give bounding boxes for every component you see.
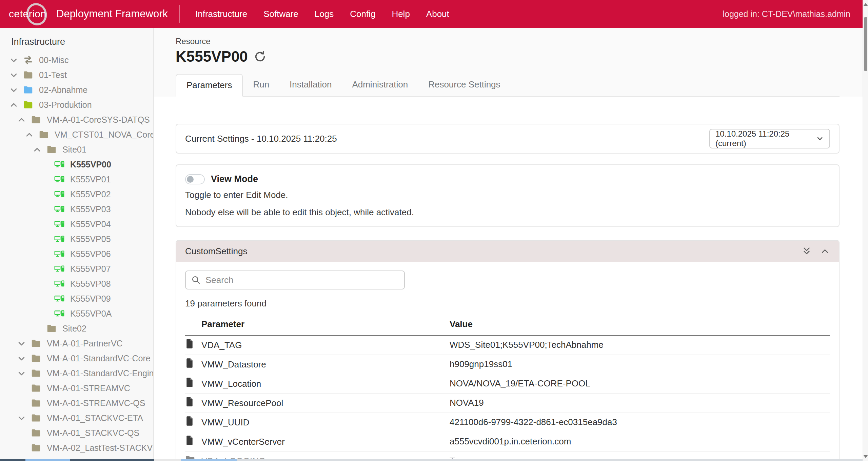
tree-item-02-abnahme[interactable]: 02-Abnahme: [0, 82, 153, 97]
folder-icon: [31, 353, 42, 363]
tab-parameters[interactable]: Parameters: [176, 74, 243, 97]
scrollbar-up-arrow-icon[interactable]: [863, 3, 868, 6]
parameter-value: NOVA/NOVA_19/ETA-CORE-POOL: [450, 374, 830, 393]
table-row[interactable]: VMW_UUID421100d6-9799-4322-d861-ec0315ea…: [185, 413, 830, 432]
nav-menu: InfrastructureSoftwareLogsConfigHelpAbou…: [187, 9, 457, 19]
tree-label: K555VP07: [70, 264, 111, 274]
parameter-value: a555vcvdi001p.in.ceterion.com: [450, 432, 830, 451]
bottom-window-edge: [0, 459, 863, 461]
tree-label: K555VP00: [70, 160, 111, 169]
page-scrollbar[interactable]: [863, 0, 868, 461]
tree-item-k555vp04[interactable]: K555VP04: [0, 217, 153, 232]
tree-item-k555vp01[interactable]: K555VP01: [0, 172, 153, 187]
nav-item-help[interactable]: Help: [383, 9, 418, 19]
view-mode-toggle[interactable]: [185, 174, 205, 184]
tree-label: Site01: [62, 145, 86, 155]
folder-icon: [31, 443, 42, 453]
file-icon: [185, 435, 194, 445]
tab-resource-settings[interactable]: Resource Settings: [418, 74, 510, 96]
parameter-name: VMW_Datastore: [201, 359, 266, 369]
parameter-name: VMW_UUID: [201, 417, 250, 427]
table-row[interactable]: VMW_vCenterServera555vcvdi001p.in.ceteri…: [185, 432, 830, 451]
custom-settings-header[interactable]: CustomSettings: [176, 241, 839, 262]
collapse-section-button[interactable]: [820, 246, 830, 256]
tree-item-vm-a-01-streamvc-qs[interactable]: VM-A-01-STREAMVC-QS: [0, 396, 153, 410]
chevron-down-icon[interactable]: [17, 369, 31, 378]
tree-item-k555vp06[interactable]: K555VP06: [0, 246, 153, 261]
chevron-up-icon[interactable]: [33, 145, 46, 154]
table-row[interactable]: VMW_Datastoreh909gnp19ss01: [185, 355, 830, 374]
tree-label: VM-A-01-STREAMVC: [47, 383, 130, 393]
chevron-up-icon[interactable]: [25, 131, 39, 139]
tree-item-vm-a-01-coresys-datqs[interactable]: VM-A-01-CoreSYS-DATQS: [0, 112, 153, 127]
nav-item-software[interactable]: Software: [255, 9, 307, 19]
parameter-value: h909gnp19ss01: [450, 355, 830, 374]
tree-item-vm-a-01-stackvc-qs[interactable]: VM-A-01_STACKVC-QS: [0, 425, 153, 440]
nav-item-infrastructure[interactable]: Infrastructure: [187, 9, 255, 19]
tree-item-k555vp0a[interactable]: K555VP0A: [0, 306, 153, 321]
chevron-down-icon[interactable]: [17, 354, 31, 363]
parameter-value: WDS_Site01;K555VP00;TechAbnahme: [450, 335, 830, 355]
version-select[interactable]: 10.10.2025 11:20:25 (current): [709, 129, 830, 148]
custom-settings-card: CustomSettings: [176, 240, 840, 461]
refresh-button[interactable]: [254, 51, 266, 63]
tree-item-03-produktion[interactable]: 03-Produktion: [0, 97, 153, 112]
search-input[interactable]: [205, 275, 399, 285]
tree-label: K555VP02: [70, 189, 111, 199]
tree-item-k555vp02[interactable]: K555VP02: [0, 187, 153, 202]
chevron-down-icon[interactable]: [17, 339, 31, 348]
tree-item-k555vp00[interactable]: K555VP00: [0, 157, 153, 172]
tree-item-vm-ctst01-nova-coresys-da[interactable]: VM_CTST01_NOVA_CoreSYS-DA: [0, 127, 153, 142]
tree-item-site02[interactable]: Site02: [0, 321, 153, 336]
scrollbar-thumb[interactable]: [864, 17, 867, 71]
tree-label: VM-A-01_STACKVC-ETA: [47, 413, 143, 423]
tree-item-vm-a-02-lasttest-stackvc-eta[interactable]: VM-A-02_LastTest-STACKVC-ETA: [0, 440, 153, 455]
page-title: K555VP00: [176, 48, 248, 65]
tab-run[interactable]: Run: [243, 74, 279, 96]
tree-item-00-misc[interactable]: 00-Misc: [0, 53, 153, 67]
parameter-name: VDA_TAG: [201, 340, 242, 350]
chevron-down-icon: [816, 134, 824, 143]
chevron-down-icon[interactable]: [17, 414, 31, 422]
tree-item-k555vp05[interactable]: K555VP05: [0, 232, 153, 246]
double-chevron-down-icon: [802, 246, 812, 256]
file-icon: [185, 397, 194, 407]
tree-label: 01-Test: [39, 70, 67, 80]
tree-item-vm-a-01-standardvc-core[interactable]: VM-A-01-StandardVC-Core: [0, 351, 153, 366]
brand[interactable]: ceterion Deployment Framework: [9, 0, 168, 28]
nav-item-about[interactable]: About: [418, 9, 457, 19]
tree-item-k555vp08[interactable]: K555VP08: [0, 276, 153, 291]
tree-item-01-test[interactable]: 01-Test: [0, 67, 153, 82]
tree-item-vm-a-01-stackvc-eta[interactable]: VM-A-01_STACKVC-ETA: [0, 410, 153, 425]
table-row[interactable]: VMW_ResourcePoolNOVA19: [185, 393, 830, 413]
vm-icon: [54, 219, 66, 229]
tree-label: 03-Produktion: [39, 100, 92, 110]
folder-icon: [31, 368, 42, 378]
tree-label: K555VP05: [70, 234, 111, 244]
folder-icon: [46, 323, 58, 334]
chevron-down-icon[interactable]: [9, 86, 23, 94]
nav-item-logs[interactable]: Logs: [307, 9, 342, 19]
ceterion-logo: ceterion: [9, 0, 49, 28]
table-row[interactable]: VMW_LocationNOVA/NOVA_19/ETA-CORE-POOL: [185, 374, 830, 393]
tree-item-vm-a-01-streamvc[interactable]: VM-A-01-STREAMVC: [0, 381, 153, 396]
chevron-up-icon[interactable]: [17, 116, 31, 124]
chevron-down-icon[interactable]: [9, 71, 23, 79]
table-row[interactable]: VDA_TAGWDS_Site01;K555VP00;TechAbnahme: [185, 335, 830, 355]
tree-item-vm-a-01-partnervc[interactable]: VM-A-01-PartnerVC: [0, 336, 153, 351]
scrollbar-down-arrow-icon[interactable]: [863, 455, 868, 458]
tree-item-k555vp07[interactable]: K555VP07: [0, 261, 153, 276]
chevron-up-icon[interactable]: [9, 101, 23, 109]
tab-installation[interactable]: Installation: [279, 74, 342, 96]
tree-item-vm-a-01-standardvc-engineerin[interactable]: VM-A-01-StandardVC-Engineerin: [0, 366, 153, 381]
nav-item-config[interactable]: Config: [342, 9, 383, 19]
tab-administration[interactable]: Administration: [342, 74, 418, 96]
tree-item-k555vp03[interactable]: K555VP03: [0, 202, 153, 217]
custom-settings-title: CustomSettings: [185, 246, 248, 257]
tree-item-site01[interactable]: Site01: [0, 142, 153, 157]
expand-all-button[interactable]: [802, 246, 812, 256]
parameter-count: 19 parameters found: [185, 298, 830, 309]
tree-item-k555vp09[interactable]: K555VP09: [0, 291, 153, 306]
chevron-down-icon[interactable]: [9, 56, 23, 64]
vm-icon: [54, 159, 66, 169]
